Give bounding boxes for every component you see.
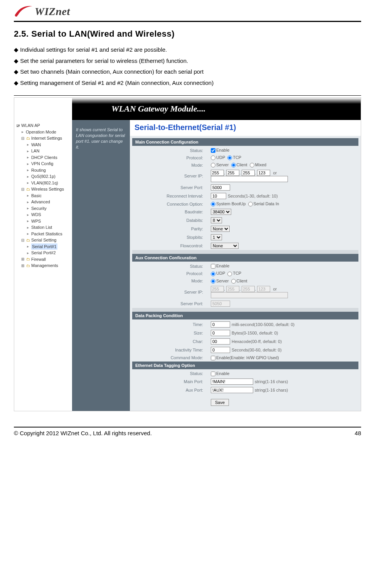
parity-select[interactable]: None [211,226,230,232]
tree-item[interactable]: ▸DHCP Clients [15,154,71,161]
section-heading: 2.5. Serial to LAN(Wired and Wireless) [14,29,361,39]
label-reconnect: Reconnect Interval: [132,192,209,200]
tree-item[interactable]: ▸Routing [15,167,71,174]
aux-ip-2 [226,286,239,292]
banner-title: WLAN Gateway Module.... [111,104,205,114]
main-hostname[interactable] [211,176,288,182]
pack-time[interactable] [211,321,230,328]
main-port[interactable] [211,184,230,191]
aux-ip-1 [211,286,224,292]
section-main: Main Connection Configuration [132,138,358,146]
tag-main[interactable] [211,378,253,385]
tree-item[interactable]: ▸Basic [15,193,71,199]
tag-aux[interactable] [211,387,253,393]
tree-item[interactable]: ▸WAN [15,142,71,148]
baud-select[interactable]: 38400 [211,209,231,215]
logo: WIZnet [14,4,361,19]
aux-proto-udp[interactable] [211,272,215,276]
main-proto-tcp[interactable] [227,155,232,160]
label-server-ip: Server IP: [132,169,209,183]
cmd-mode-checkbox[interactable] [211,356,215,360]
main-enable-checkbox[interactable] [211,148,215,153]
tree-root-label: WLAN AP [21,122,40,129]
main-proto-udp[interactable] [211,155,215,160]
tree-item[interactable]: ▸Advanced [15,199,71,205]
banner: WLAN Gateway Module.... [14,98,361,120]
bullet-item: Setting management of Serial #1 and #2 (… [14,78,361,89]
description-panel: It shows current Serial to LAN congurati… [72,120,130,411]
save-button[interactable]: Save [211,399,229,406]
tree-item[interactable]: ▸Security [15,205,71,212]
page-number: 48 [355,430,361,436]
tree-item[interactable]: ▸WPS [15,218,71,225]
bullet-item: Set the serial parameters for serial to … [14,56,361,67]
bullet-item: Individual settings for serial #1 and se… [14,44,361,56]
bullet-item: Set two channels (Main connection, Aux c… [14,66,361,78]
section-packing: Data Packing Condition [132,312,358,319]
tree-item[interactable]: ▸QoS(802.1p) [15,173,71,180]
tree-item[interactable]: ⊞🗀Managements [15,262,71,269]
section-tagging: Ethernet Data Tagging Option [132,362,358,369]
tag-enable-checkbox[interactable] [211,372,215,376]
main-reconnect[interactable] [211,193,226,199]
main-ip-3[interactable] [242,170,255,176]
main-mode-client[interactable] [231,163,236,167]
tree-item[interactable]: ⊟🗀Serial Setting [15,237,71,243]
tree-root[interactable]: 🖳WLAN AP [15,122,71,129]
tree-item[interactable]: ▸Station List [15,224,71,231]
tree-item[interactable]: ▸WDS [15,211,71,218]
pack-size[interactable] [211,330,230,336]
divider [14,21,361,22]
aux-ip-3 [242,286,255,292]
label-protocol: Protocol: [132,154,209,161]
bullet-list: Individual settings for serial #1 and se… [14,44,361,88]
nav-tree: 🖳WLAN AP ▸Operation Mode ⊟🗀Internet Sett… [14,120,72,411]
tree-item[interactable]: ⊟🗀Wireless Settings [15,186,71,193]
connopt-bootup[interactable] [211,202,215,206]
tree-item[interactable]: ▸VLAN(802.1q) [15,180,71,186]
tree-item[interactable]: ▸Serial Port#2 [15,250,71,256]
main-ip-4[interactable] [257,170,270,176]
svg-point-0 [15,14,17,17]
main-mode-mixed[interactable] [250,163,254,167]
form-panel: Serial-to-Ethernet(Serial #1) Main Conne… [130,120,361,411]
aux-proto-tcp[interactable] [227,272,232,276]
label-server-port: Server Port: [132,183,209,192]
aux-enable-checkbox[interactable] [211,264,215,269]
aux-hostname [211,292,288,298]
aux-mode-server[interactable] [211,279,215,284]
main-mode-server[interactable] [211,163,215,167]
page-footer: © Copyright 2012 WIZnet Co., Ltd. All ri… [14,427,361,436]
tree-item[interactable]: ▸Packet Statistics [15,231,71,237]
label-parity: Parity: [132,225,209,233]
databits-select[interactable]: 8 [211,217,222,223]
flowcontrol-select[interactable]: None [211,243,239,249]
section-aux: Aux Connection Conficuration [132,254,358,262]
tree-item[interactable]: ▸VPN Config [15,161,71,167]
pack-inactivity[interactable] [211,347,230,353]
tree-item[interactable]: ▸Operation Mode [15,129,71,135]
embedded-screenshot: WLAN Gateway Module.... 🖳WLAN AP ▸Operat… [14,97,361,411]
logo-text: WIZnet [35,5,70,18]
copyright: © Copyright 2012 WIZnet Co., Ltd. All ri… [14,430,152,436]
tree-item[interactable]: ⊟🗀Internet Settings [15,135,71,142]
label-status: Status: [132,147,209,154]
tree-item[interactable]: ⊞🗀Firewall [15,256,71,263]
connopt-serialdata[interactable] [248,202,253,206]
label-databits: Databits: [132,216,209,225]
label-mode: Mode: [132,161,209,169]
pack-char[interactable] [211,338,230,345]
logo-swoosh-icon [14,4,33,19]
main-ip-2[interactable] [226,170,239,176]
tree-item[interactable]: ▸LAN [15,148,71,154]
content-title: Serial-to-Ethernet(Serial #1) [130,120,361,136]
main-ip-1[interactable] [211,170,224,176]
tree-item-selected[interactable]: ▸Serial Port#1 [15,243,71,250]
aux-ip-4 [257,286,270,292]
label-flowcontrol: Flowcontrol: [132,242,209,250]
label-conn-option: Connection Option: [132,200,209,208]
aux-mode-client[interactable] [231,279,236,284]
aux-port [211,301,230,307]
stopbits-select[interactable]: 1 [211,234,222,240]
label-baud: Baudrate: [132,208,209,216]
